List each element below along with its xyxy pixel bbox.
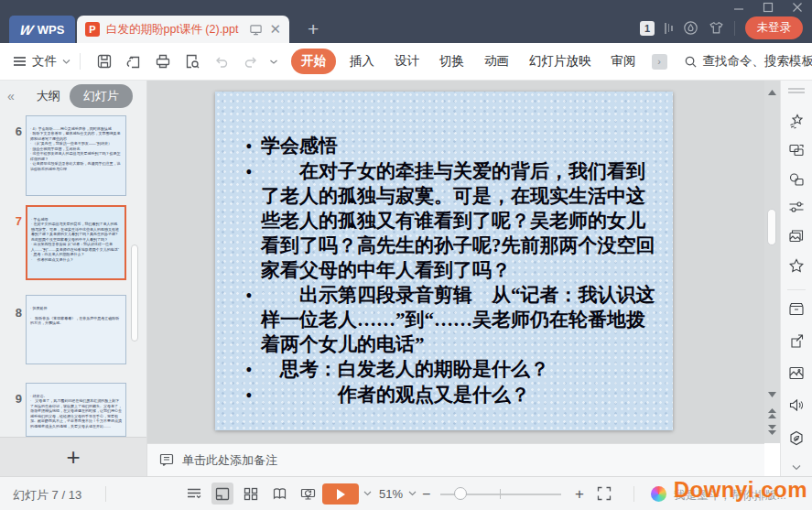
audio-icon[interactable] — [789, 398, 805, 412]
notes-bubble-icon — [159, 453, 174, 467]
login-button[interactable]: 未登录 — [745, 16, 804, 39]
slide-text: 在对子女的牵挂与关爱的背后，我们看到了老人的孤独与寂寞。可是，在现实生活中这些老… — [261, 159, 658, 283]
maximize-icon[interactable] — [763, 2, 774, 13]
scroll-up-icon[interactable] — [768, 90, 776, 95]
hamburger-icon — [13, 56, 27, 67]
tab-slideshow[interactable]: 幻灯片放映 — [519, 49, 601, 74]
picture-icon[interactable] — [789, 366, 805, 380]
thumbnail-text: · 4）学会聆听……用心灵感受声音，同时体验情感 · 聆听下文录音播放，整体感知… — [30, 126, 120, 171]
assistant-avatar-icon[interactable] — [651, 486, 666, 502]
favorites-star-icon[interactable] — [789, 258, 805, 273]
play-slideshow-button[interactable] — [322, 483, 359, 505]
editing-canvas[interactable]: 学会感悟 在对子女的牵挂与关爱的背后，我们看到了老人的孤独与寂寞。可是，在现实生… — [147, 81, 764, 443]
seal-drop-icon[interactable] — [683, 20, 698, 36]
command-search[interactable]: 查找命令、搜索模板 — [684, 53, 812, 70]
new-tab-button[interactable]: + — [308, 18, 319, 40]
pane-handle-icon[interactable] — [788, 88, 805, 93]
tab-review[interactable]: 审阅 — [601, 49, 646, 74]
slide-number: 6 — [7, 125, 22, 138]
tab-outline[interactable]: 大纲 — [37, 88, 60, 104]
bullet-dot — [237, 134, 261, 159]
print-preview-icon[interactable] — [184, 53, 200, 70]
zoom-slider-thumb[interactable] — [454, 487, 467, 500]
slide-7-content[interactable]: 学会感悟 在对子女的牵挂与关爱的背后，我们看到了老人的孤独与寂寞。可是，在现实生… — [215, 92, 673, 430]
collapse-panel-icon[interactable]: « — [7, 89, 15, 103]
tab-design[interactable]: 设计 — [384, 49, 429, 74]
more-tabs-button[interactable]: › — [652, 54, 667, 70]
setup-show-icon[interactable] — [297, 483, 319, 505]
print-icon[interactable] — [155, 53, 171, 70]
close-tab-icon[interactable]: ✕ — [269, 21, 281, 38]
scrollbar-thumb[interactable] — [767, 209, 776, 245]
reading-view-icon[interactable] — [268, 483, 290, 505]
share-export-icon[interactable] — [789, 334, 805, 349]
bullet-dot — [237, 283, 261, 357]
undo-icon[interactable] — [213, 53, 230, 70]
minimize-icon[interactable] — [733, 2, 744, 13]
file-menu[interactable]: 文件 — [13, 53, 70, 70]
previous-slide-icon[interactable] — [768, 408, 776, 418]
tab-transitions[interactable]: 切换 — [429, 49, 474, 74]
zoom-chevron-icon[interactable] — [408, 491, 417, 496]
save-icon[interactable] — [96, 53, 113, 70]
slide-thumbnail-8[interactable]: · 拓展延伸 · 聆听音乐《常回家看看》，在音乐声中思考正确聆听的方法，升腾情感… — [26, 295, 126, 364]
resource-box-icon[interactable] — [789, 302, 805, 316]
notes-placeholder: 单击此处添加备注 — [182, 452, 277, 469]
present-monitor-icon[interactable] — [249, 23, 263, 37]
eco-plugin-icon[interactable] — [789, 430, 805, 446]
document-tab[interactable]: P 白发的期盼ppt课件 (2).ppt ✕ — [77, 16, 289, 43]
document-tab-title: 白发的期盼ppt课件 (2).ppt — [106, 22, 243, 38]
window-controls — [733, 2, 803, 13]
slide-text: 学会感悟 — [261, 134, 658, 159]
redo-icon[interactable] — [243, 53, 259, 70]
slide-number: 8 — [7, 306, 22, 320]
export-icon[interactable] — [125, 53, 142, 70]
notes-toggle-icon[interactable] — [183, 483, 205, 505]
tab-home[interactable]: 开始 — [291, 49, 336, 74]
slide-sorter-icon[interactable] — [240, 483, 262, 505]
slide-switch-icon[interactable] — [789, 143, 805, 157]
wps-home-tab[interactable]: W WPS — [9, 16, 75, 43]
tab-slides[interactable]: 幻灯片 — [70, 84, 133, 108]
add-slide-button[interactable]: + — [0, 437, 146, 476]
main-scrollbar[interactable] — [764, 81, 780, 443]
skin-shirt-icon[interactable] — [709, 20, 724, 36]
next-slide-icon[interactable] — [768, 425, 776, 435]
tab-count-badge[interactable]: 1 — [640, 21, 655, 36]
slide-text: 思考：白发老人的期盼是什么？ — [261, 357, 658, 383]
titlebar: W WPS P 白发的期盼ppt课件 (2).ppt ✕ + 1 未登录 — [0, 0, 812, 43]
notes-bar[interactable]: 单击此处添加备注 — [147, 443, 764, 476]
zoom-out-button[interactable]: − — [422, 486, 430, 503]
slide-thumbnail-7-selected[interactable]: · 学会感悟 · 在对子女的牵挂与关爱的背后，我们看到了老人的孤独与寂寞。可是，… — [26, 205, 126, 280]
close-window-icon[interactable] — [792, 2, 803, 13]
statusbar-divider — [633, 486, 634, 502]
thumbnail-scrollbar[interactable] — [131, 244, 138, 342]
image-library-icon[interactable] — [789, 229, 805, 244]
slide-thumbnail-6[interactable]: · 4）学会聆听……用心灵感受声音，同时体验情感 · 聆听下文录音播放，整体感知… — [26, 115, 126, 196]
fit-slide-icon[interactable] — [597, 486, 612, 501]
slide-panel: « 大纲 幻灯片 6 · 4）学会聆听……用心灵感受声音，同时体验情感 · 聆听… — [0, 81, 147, 476]
smart-effects-icon[interactable] — [789, 114, 805, 129]
tab-list-icon[interactable] — [665, 23, 673, 34]
bullet-dot — [237, 357, 261, 383]
slide-bullet: 思考：白发老人的期盼是什么？ — [237, 357, 658, 383]
tab-animations[interactable]: 动画 — [474, 49, 519, 74]
ppt-file-icon: P — [85, 22, 100, 37]
pane-chevron-down-icon[interactable] — [792, 464, 802, 471]
slide-bullet: 出示第四段录音剪辑 从“记者：我认识这样一位老人……”到“……吴老师仍在轮番地拨… — [237, 283, 658, 357]
shapes-icon[interactable] — [789, 172, 805, 187]
wps-logo-icon: W — [18, 22, 35, 38]
file-menu-label: 文件 — [32, 53, 57, 70]
plus-icon: + — [66, 443, 80, 472]
tab-insert[interactable]: 插入 — [340, 49, 384, 74]
play-options-chevron-icon[interactable] — [363, 491, 372, 496]
zoom-level[interactable]: 51% — [379, 487, 403, 501]
slide-thumbnail-9[interactable]: · 结束语。 · 父母老了，风刀霜剑已经在他们原本红润的脸上刻下了无情的生命印记… — [26, 383, 126, 437]
scroll-down-icon[interactable] — [768, 392, 776, 397]
toolbar-more-chevron-icon[interactable] — [269, 59, 278, 65]
adjust-sliders-icon[interactable] — [789, 201, 805, 213]
normal-view-icon[interactable] — [211, 483, 233, 505]
zoom-in-button[interactable]: + — [575, 485, 584, 504]
bullet-dot — [237, 159, 261, 283]
search-icon — [684, 55, 698, 69]
